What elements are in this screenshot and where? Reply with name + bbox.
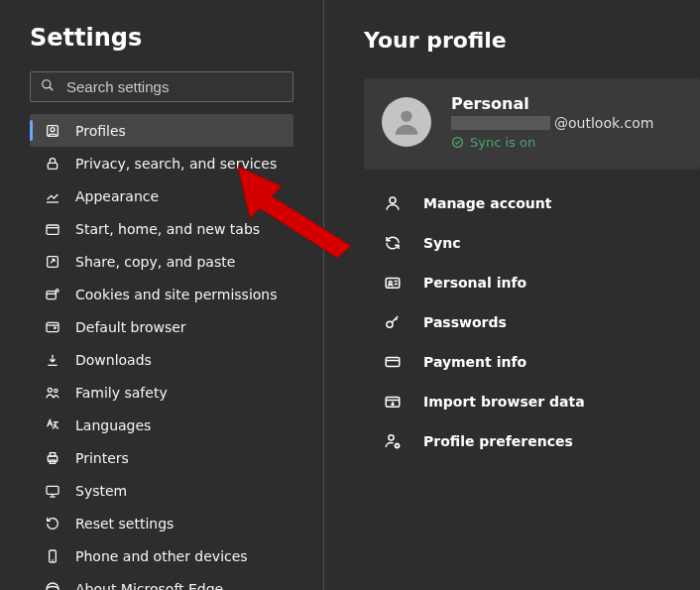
sidebar-item-default-browser[interactable]: Default browser [30,310,293,343]
profile-card[interactable]: Personal @outlook.com Sync is on [364,78,700,170]
svg-point-10 [56,289,58,292]
svg-point-25 [401,111,411,122]
svg-rect-5 [47,225,58,234]
sidebar-item-privacy[interactable]: Privacy, search, and services [30,147,293,179]
settings-sidebar: Settings Profiles Privacy, search, and [0,0,324,590]
sidebar-item-cookies[interactable]: Cookies and site permissions [30,278,293,310]
browser-icon [44,318,61,336]
sidebar-item-system[interactable]: System [30,474,293,507]
sync-icon [384,234,402,252]
sidebar-item-about[interactable]: About Microsoft Edge [30,572,293,590]
option-payment[interactable]: Payment info [364,342,700,382]
system-icon [44,482,61,500]
family-icon [44,384,61,402]
cookies-icon [44,286,61,303]
sidebar-item-family[interactable]: Family safety [30,376,293,409]
sidebar-item-profiles[interactable]: Profiles [30,114,293,147]
svg-rect-19 [47,486,58,494]
svg-point-37 [389,435,394,440]
svg-rect-8 [47,291,56,298]
profile-name: Personal [451,94,682,113]
lock-icon [44,155,61,173]
edge-icon [44,580,61,591]
svg-point-27 [390,197,396,203]
languages-icon [44,416,61,434]
svg-line-1 [50,87,54,91]
svg-point-0 [43,80,51,88]
settings-nav: Profiles Privacy, search, and services A… [30,114,293,590]
sidebar-item-share[interactable]: Share, copy, and paste [30,245,293,278]
svg-point-15 [55,389,58,392]
sync-ok-icon [451,136,464,149]
sync-status: Sync is on [451,135,682,150]
import-icon [384,393,402,411]
option-label: Sync [423,235,460,251]
sidebar-item-label: Downloads [75,352,152,368]
option-passwords[interactable]: Passwords [364,302,700,342]
idcard-icon [384,274,402,292]
profile-email: @outlook.com [451,115,682,131]
page-title: Your profile [364,28,700,53]
sidebar-item-label: System [75,483,127,499]
sidebar-item-label: Profiles [75,123,126,139]
option-label: Import browser data [423,394,585,410]
email-domain: @outlook.com [554,115,653,131]
option-import[interactable]: Import browser data [364,382,700,421]
profile-options: Manage account Sync Personal info Passwo… [364,183,700,461]
sidebar-item-label: Printers [75,450,129,466]
svg-point-3 [51,127,55,131]
option-label: Personal info [423,275,526,291]
search-settings[interactable] [30,71,293,102]
settings-title: Settings [30,24,293,52]
sidebar-item-label: Share, copy, and paste [75,254,235,270]
printer-icon [44,449,61,467]
sidebar-item-start[interactable]: Start, home, and new tabs [30,212,293,245]
option-label: Profile preferences [423,433,573,449]
avatar [382,97,431,147]
sidebar-item-printers[interactable]: Printers [30,441,293,474]
profile-panel: Your profile Personal @outlook.com Sync … [324,0,700,590]
option-personal-info[interactable]: Personal info [364,263,700,302]
person-gear-icon [384,432,402,450]
sidebar-item-phone[interactable]: Phone and other devices [30,539,293,572]
svg-point-14 [48,388,52,392]
svg-rect-4 [48,163,57,169]
sidebar-item-label: About Microsoft Edge [75,581,223,591]
sidebar-item-languages[interactable]: Languages [30,409,293,441]
sidebar-item-label: Languages [75,417,151,433]
svg-point-29 [389,282,392,285]
sidebar-item-downloads[interactable]: Downloads [30,343,293,376]
option-label: Passwords [423,314,507,330]
share-icon [44,253,61,271]
tabs-icon [44,220,61,238]
search-input[interactable] [66,78,283,95]
sidebar-item-label: Family safety [75,385,168,401]
sidebar-item-appearance[interactable]: Appearance [30,179,293,212]
option-manage-account[interactable]: Manage account [364,183,700,223]
sidebar-item-label: Appearance [75,188,159,204]
svg-point-32 [387,321,393,327]
profiles-icon [44,122,61,140]
sidebar-item-label: Default browser [75,319,186,335]
svg-rect-11 [47,322,58,331]
svg-rect-17 [50,452,55,455]
option-label: Manage account [423,195,551,211]
sidebar-item-label: Reset settings [75,516,174,531]
sidebar-item-label: Start, home, and new tabs [75,221,260,237]
sidebar-item-label: Phone and other devices [75,548,248,564]
search-icon [41,77,66,96]
person-icon [384,194,402,212]
reset-icon [44,515,61,532]
sidebar-item-label: Privacy, search, and services [75,156,277,172]
appearance-icon [44,187,61,205]
key-icon [384,313,402,331]
option-sync[interactable]: Sync [364,223,700,263]
sidebar-item-reset[interactable]: Reset settings [30,507,293,539]
card-icon [384,353,402,371]
phone-icon [44,547,61,565]
option-profile-preferences[interactable]: Profile preferences [364,421,700,461]
download-icon [44,351,61,369]
svg-rect-28 [386,279,400,289]
svg-rect-33 [386,358,400,367]
redacted-email-local [451,116,550,130]
